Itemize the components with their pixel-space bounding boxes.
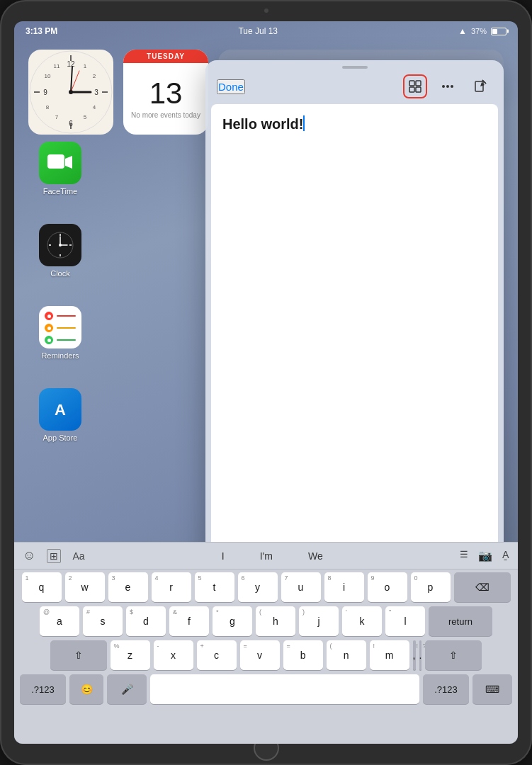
app-item-clock[interactable]: Clock [35,224,85,278]
key-l[interactable]: "l [385,606,425,636]
widget-clock[interactable]: 12 3 6 9 1 2 4 5 7 8 10 11 [28,50,113,135]
key-h[interactable]: (h [256,606,295,636]
emoji-key[interactable]: 😊 [69,674,103,704]
space-bar[interactable] [150,674,419,704]
svg-point-27 [59,244,62,246]
key-k[interactable]: 'k [342,606,382,636]
svg-point-38 [446,85,449,88]
compose-button[interactable] [468,74,492,98]
num-key-left[interactable]: .?123 [20,674,66,704]
key-c[interactable]: +c [197,640,237,670]
key-r[interactable]: 4r [152,572,191,602]
key-b[interactable]: =b [283,640,323,670]
svg-rect-34 [416,81,421,86]
widget-calendar[interactable]: TUESDAY 13 No more events today [123,50,208,135]
calendar-event: No more events today [131,111,200,119]
key-o[interactable]: 9o [368,572,407,602]
front-camera [264,8,268,13]
kb-row-1: 1q 2w 3e 4r 5t 6y 7u 8i 9o 0p ⌫ [20,572,512,602]
key-q[interactable]: 1q [22,572,62,602]
facetime-label: FaceTime [43,187,78,196]
key-x[interactable]: -x [154,640,193,670]
key-comma[interactable]: !, [413,640,416,670]
delete-key[interactable]: ⌫ [454,572,511,602]
key-z[interactable]: %z [111,640,150,670]
key-f[interactable]: &f [169,606,209,636]
kb-row-4: .?123 😊 🎤 .?123 ⌨ [20,674,512,704]
grid-view-button[interactable] [403,74,427,98]
clock-label: Clock [50,269,70,278]
key-g[interactable]: *g [213,606,252,636]
svg-text:9: 9 [43,89,47,96]
camera-icon[interactable]: 📷 [478,549,492,562]
calendar-day: 13 [149,79,183,108]
key-i[interactable]: 8i [324,572,364,602]
emoji-picker-icon[interactable]: ☺ [23,548,35,563]
svg-text:11: 11 [54,63,60,69]
svg-rect-21 [47,154,64,169]
return-key[interactable]: return [429,606,492,636]
app-item-facetime[interactable]: FaceTime [35,142,85,196]
appstore-label: App Store [43,434,78,442]
wifi-icon: ▲ [458,26,467,36]
key-u[interactable]: 7u [281,572,321,602]
svg-rect-33 [409,81,414,86]
app-item-appstore[interactable]: A App Store [35,388,85,442]
num-key-right[interactable]: .?123 [423,674,469,704]
keyboard-rows: 1q 2w 3e 4r 5t 6y 7u 8i 9o 0p ⌫ @a #s $d [14,570,518,707]
mic-key[interactable]: 🎤 [107,674,147,704]
svg-text:10: 10 [45,73,51,79]
key-j[interactable]: )j [299,606,339,636]
key-e[interactable]: 3e [108,572,148,602]
keyboard-dismiss-key[interactable]: ⌨ [472,674,512,704]
table-icon[interactable]: ⊞ [47,549,61,563]
kb-right-tools: ☰ 📷 A̱ [460,549,509,562]
shift-key-left[interactable]: ⇧ [50,640,107,670]
key-t[interactable]: 5t [195,572,234,602]
key-y[interactable]: 6y [238,572,278,602]
svg-rect-35 [409,87,414,92]
svg-text:4: 4 [93,104,96,110]
key-s[interactable]: #s [83,606,123,636]
key-period[interactable]: ?. [419,640,422,670]
text-format-icon[interactable]: Aa [72,550,84,562]
battery-icon [491,28,506,35]
status-time: 3:13 PM [26,26,57,36]
status-date: Tue Jul 13 [238,26,278,36]
key-m[interactable]: !m [370,640,409,670]
key-p[interactable]: 0p [411,572,451,602]
appstore-icon: A [39,388,81,431]
svg-point-39 [451,85,453,88]
shift-key-right[interactable]: ⇧ [425,640,482,670]
app-grid: FaceTime Cloc [35,142,85,442]
svg-text:3: 3 [94,89,98,96]
calendar-month: TUESDAY [123,50,208,63]
bullets-icon[interactable]: ☰ [460,549,468,562]
kb-row-3: ⇧ %z -x +c =v =b (n !m !, ?. ⇧ [20,640,512,670]
status-icons: ▲ 37% [458,26,506,36]
note-text: Hello world! [222,116,303,132]
text-cursor [303,115,305,131]
app-item-reminders[interactable]: Reminders [35,306,85,360]
suggestion-2[interactable]: I'm [260,550,273,562]
suggestion-1[interactable]: I [222,550,225,562]
ipad-screen: 3:13 PM Tue Jul 13 ▲ 37% [14,21,518,744]
svg-point-20 [69,90,73,94]
status-bar: 3:13 PM Tue Jul 13 ▲ 37% [14,21,518,41]
calendar-body: 13 No more events today [123,63,208,135]
done-button[interactable]: Done [217,79,245,94]
keyboard: ☺ ⊞ Aa I I'm We ☰ 📷 A̱ 1q 2 [14,542,518,744]
kb-suggestions: I I'm We [96,550,448,562]
key-v[interactable]: =v [240,640,280,670]
key-d[interactable]: $d [126,606,166,636]
more-options-button[interactable] [436,74,460,98]
svg-text:8: 8 [46,104,50,110]
key-w[interactable]: 2w [65,572,105,602]
handwriting-icon[interactable]: A̱ [502,549,509,562]
suggestion-3[interactable]: We [308,550,323,562]
key-a[interactable]: @a [40,606,79,636]
svg-marker-22 [65,156,72,169]
key-n[interactable]: (n [327,640,366,670]
clock-svg: 12 3 6 9 1 2 4 5 7 8 10 11 [28,50,113,135]
svg-text:A: A [55,401,66,419]
